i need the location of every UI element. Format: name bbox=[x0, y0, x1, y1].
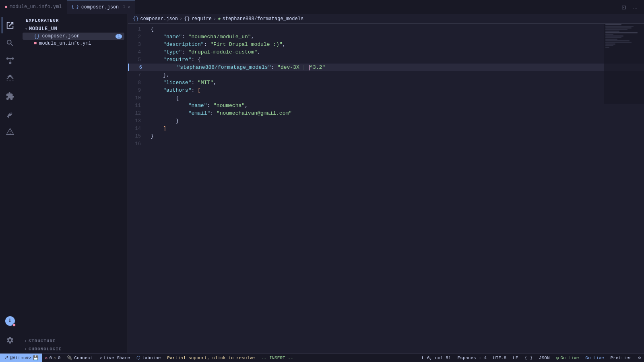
activity-search[interactable] bbox=[2, 35, 18, 51]
line-num-12: 12 bbox=[128, 111, 147, 116]
status-spaces[interactable]: Espaces : 4 bbox=[454, 354, 490, 362]
line-content-11: "name": "noumecha", bbox=[147, 103, 248, 109]
status-line-col[interactable]: L 6, col 51 bbox=[419, 354, 454, 362]
sidebar-file-module-yml[interactable]: ■ module_un.info.yml bbox=[23, 40, 124, 47]
svg-point-2 bbox=[9, 62, 11, 64]
status-language-braces: { } bbox=[521, 354, 536, 362]
status-language[interactable]: JSON bbox=[536, 354, 553, 362]
sidebar-file-composer-json[interactable]: {} composer.json 1 bbox=[23, 33, 124, 40]
line-num-13: 13 bbox=[128, 118, 147, 124]
tab-close-button[interactable]: ✕ bbox=[128, 5, 130, 10]
sidebar-explorer-section: ▾ MODULE_UN {} composer.json 1 ■ module_… bbox=[19, 25, 128, 47]
live-share-icon: ↗ bbox=[99, 355, 102, 360]
breadcrumb: {} composer.json › {} require › ◈ stepha… bbox=[128, 14, 644, 24]
activity-settings[interactable] bbox=[2, 332, 18, 348]
breadcrumb-json-icon: {} bbox=[133, 16, 138, 22]
status-line-ending[interactable]: LF bbox=[510, 354, 521, 362]
line-num-10: 10 bbox=[128, 95, 147, 101]
activity-source-control[interactable] bbox=[2, 53, 18, 69]
code-line-7: 7 }, bbox=[128, 71, 644, 79]
breadcrumb-composer-json[interactable]: composer.json bbox=[140, 16, 178, 22]
status-tabnine[interactable]: ⬡ tabnine bbox=[133, 354, 164, 362]
minimap bbox=[604, 24, 644, 104]
activity-explorer[interactable] bbox=[2, 17, 18, 33]
sidebar-bottom-sections: › STRUCTURE › CHRONOLOGIE bbox=[19, 337, 128, 353]
code-line-1: 1 { bbox=[128, 25, 644, 33]
status-git-branch[interactable]: ⎇ @#ttmc#> 💾 bbox=[0, 354, 42, 362]
line-num-6: 6 bbox=[129, 65, 149, 70]
line-num-9: 9 bbox=[128, 88, 147, 93]
insert-mode-label: -- INSERT -- bbox=[261, 356, 293, 360]
status-right: L 6, col 51 Espaces : 4 UTF-8 LF { } JSO… bbox=[419, 354, 644, 362]
code-line-12: 12 "email": "noumechaivan@gmail.com" bbox=[128, 109, 644, 117]
code-line-10: 10 { bbox=[128, 94, 644, 102]
line-num-15: 15 bbox=[128, 134, 147, 139]
activity-account[interactable]: U bbox=[2, 313, 18, 329]
status-insert-mode: -- INSERT -- bbox=[258, 354, 296, 362]
tab-yml-label: module_un.info.yml bbox=[10, 4, 62, 10]
line-num-16: 16 bbox=[128, 141, 147, 147]
line-num-7: 7 bbox=[128, 72, 147, 78]
breadcrumb-require-icon: {} bbox=[184, 16, 190, 22]
chronologie-label: CHRONOLOGIE bbox=[29, 347, 62, 352]
breadcrumb-sep-1: › bbox=[180, 16, 182, 22]
chevron-down-icon: ▾ bbox=[25, 27, 27, 31]
connect-label: Connect bbox=[74, 356, 93, 360]
line-num-4: 4 bbox=[128, 49, 147, 55]
sidebar-header: Explorateur bbox=[19, 14, 128, 25]
code-line-4: 4 "type": "drupal-module-custom", bbox=[128, 48, 644, 56]
warning-icon: ⚠ bbox=[54, 355, 56, 360]
go-live-2-label: Go Live bbox=[585, 356, 604, 360]
activity-extensions[interactable] bbox=[2, 88, 18, 104]
activity-remote[interactable] bbox=[2, 106, 18, 122]
line-col-label: L 6, col 51 bbox=[422, 356, 451, 360]
code-line-13: 13 } bbox=[128, 117, 644, 125]
status-errors[interactable]: ✕ 0 ⚠ 0 bbox=[42, 354, 64, 362]
error-icon: ✕ bbox=[45, 355, 48, 360]
title-bar: ■ module_un.info.yml { } composer.json 1… bbox=[0, 0, 644, 14]
line-num-8: 8 bbox=[128, 80, 147, 86]
status-encoding[interactable]: UTF-8 bbox=[490, 354, 510, 362]
breadcrumb-key-icon: ◈ bbox=[218, 16, 221, 22]
structure-label: STRUCTURE bbox=[29, 339, 56, 343]
json-icon: { } bbox=[72, 5, 79, 9]
code-line-16: 16 bbox=[128, 140, 644, 148]
code-line-15: 15 } bbox=[128, 132, 644, 140]
sidebar-folder-module-un[interactable]: ▾ MODULE_UN bbox=[23, 25, 124, 33]
go-live-1-label: Go Live bbox=[560, 356, 579, 360]
line-num-1: 1 bbox=[128, 27, 147, 32]
breadcrumb-formatage-models[interactable]: stephane888/formatage_models bbox=[223, 16, 304, 22]
status-connect[interactable]: 🔌 Connect bbox=[64, 354, 96, 362]
breadcrumb-require[interactable]: require bbox=[192, 16, 212, 22]
more-actions-button[interactable]: ... bbox=[631, 3, 639, 11]
status-partial-support[interactable]: Partial support, click to resolve bbox=[164, 354, 258, 362]
activity-debug[interactable] bbox=[2, 70, 18, 86]
chevron-right-icon: › bbox=[24, 339, 27, 343]
code-editor[interactable]: 1 { 2 "name": "noumecha/module_un", 3 "d… bbox=[128, 24, 644, 353]
sidebar-structure-section[interactable]: › STRUCTURE bbox=[19, 337, 128, 345]
title-actions: ⊡ ... bbox=[615, 3, 644, 11]
tab-yml[interactable]: ■ module_un.info.yml bbox=[0, 0, 67, 14]
status-left: ⎇ @#ttmc#> 💾 ✕ 0 ⚠ 0 🔌 Connect ↗ Live Sh… bbox=[0, 354, 296, 362]
status-prettier[interactable]: Prettier bbox=[607, 354, 635, 362]
line-content-8: "license": "MIT", bbox=[147, 80, 217, 86]
status-go-live-1[interactable]: ◎ Go Live bbox=[553, 354, 582, 362]
tabnine-label: tabnine bbox=[142, 356, 161, 360]
code-line-11: 11 "name": "noumecha", bbox=[128, 102, 644, 109]
circle-icon: ◎ bbox=[556, 355, 559, 360]
code-line-5: 5 "require": { bbox=[128, 56, 644, 64]
line-num-2: 2 bbox=[128, 34, 147, 40]
code-line-6: 6 "stephane888/formatage_models": "dev-3… bbox=[128, 64, 644, 71]
line-num-3: 3 bbox=[128, 42, 147, 47]
git-branch-label: @#ttmc#> bbox=[10, 356, 31, 360]
split-editor-button[interactable]: ⊡ bbox=[620, 3, 628, 11]
yml-file-icon: ■ bbox=[34, 41, 37, 46]
yml-icon: ■ bbox=[5, 5, 7, 9]
sidebar-chronologie-section[interactable]: › CHRONOLOGIE bbox=[19, 345, 128, 353]
status-go-live-2[interactable]: Go Live bbox=[582, 354, 607, 362]
activity-warn[interactable] bbox=[2, 123, 18, 140]
chevron-right-icon-2: › bbox=[24, 347, 27, 352]
tab-json[interactable]: { } composer.json 1 ✕ bbox=[67, 0, 135, 14]
status-live-share[interactable]: ↗ Live Share bbox=[96, 354, 134, 362]
status-settings[interactable]: ⚙ bbox=[635, 354, 644, 362]
